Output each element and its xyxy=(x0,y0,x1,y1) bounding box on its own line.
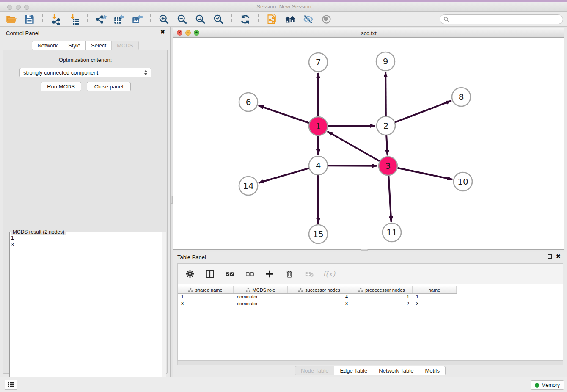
cell-predecessor-nodes[interactable]: 1 xyxy=(351,294,413,301)
show-all-icon[interactable] xyxy=(320,14,333,25)
graph-node-6[interactable]: 6 xyxy=(239,93,258,111)
session-title: Session: New Session xyxy=(0,3,567,10)
column-header-shared-name[interactable]: shared name xyxy=(178,286,234,293)
graph-node-15[interactable]: 15 xyxy=(309,225,328,243)
column-header-mcds-role[interactable]: MCDS role xyxy=(234,286,288,293)
edge-2-8[interactable] xyxy=(395,101,451,122)
splitter-grip[interactable] xyxy=(171,196,173,204)
node-label: 14 xyxy=(243,181,253,191)
graph-node-2[interactable]: 2 xyxy=(377,116,395,135)
tab-style[interactable]: Style xyxy=(63,41,86,50)
deselect-all-checkboxes-icon[interactable] xyxy=(243,268,256,280)
close-panel-button[interactable]: Close panel xyxy=(87,82,131,91)
graph-node-8[interactable]: 8 xyxy=(452,88,471,106)
open-file-icon[interactable] xyxy=(5,14,17,25)
horizontal-splitter-grip[interactable] xyxy=(361,249,368,251)
close-table-panel-icon[interactable]: ✖ xyxy=(556,254,561,259)
graph-node-10[interactable]: 10 xyxy=(454,172,472,191)
network-graph[interactable]: 1234678910111415 xyxy=(173,38,564,249)
zoom-fit-icon[interactable] xyxy=(194,14,206,25)
refresh-icon[interactable] xyxy=(239,14,251,25)
table-tab-network-table[interactable]: Network Table xyxy=(373,366,419,375)
float-panel-icon[interactable] xyxy=(152,30,156,34)
edge-1-6[interactable] xyxy=(259,105,309,123)
table-tab-motifs[interactable]: Motifs xyxy=(419,366,446,375)
column-header-predecessor-nodes[interactable]: predecessor nodes xyxy=(351,286,413,293)
hide-selected-icon[interactable] xyxy=(302,14,314,25)
table-row[interactable]: 1dominator411 xyxy=(178,294,457,301)
search-field[interactable] xyxy=(440,14,563,24)
table-toolbar: f(x) xyxy=(178,264,563,284)
zoom-selected-icon[interactable] xyxy=(212,14,225,25)
edge-2-9[interactable] xyxy=(385,72,386,116)
tab-mcds[interactable]: MCDS xyxy=(111,41,138,50)
select-all-checkboxes-icon[interactable] xyxy=(223,268,236,280)
network-window-titlebar[interactable]: ✕ − + scc.txt xyxy=(173,28,564,38)
column-selector-icon[interactable] xyxy=(204,268,216,280)
edge-3-10[interactable] xyxy=(398,168,453,179)
edge-4-14[interactable] xyxy=(259,168,309,183)
graph-node-7[interactable]: 7 xyxy=(309,53,328,72)
graph-node-14[interactable]: 14 xyxy=(239,177,258,195)
result-scrollbar[interactable] xyxy=(162,232,166,392)
function-builder-icon[interactable]: f(x) xyxy=(323,270,335,278)
close-panel-icon[interactable]: ✖ xyxy=(160,30,165,34)
mcds-panel: Optimization criterion: strongly connect… xyxy=(3,50,168,374)
cell-successor-nodes[interactable]: 3 xyxy=(288,301,351,307)
delete-column-icon[interactable] xyxy=(283,268,296,280)
graph-node-9[interactable]: 9 xyxy=(376,52,395,71)
cell-mcds-role[interactable]: dominator xyxy=(234,301,288,307)
attribute-type-icon xyxy=(298,288,303,292)
run-mcds-button[interactable]: Run MCDS xyxy=(41,82,81,91)
graph-node-3[interactable]: 3 xyxy=(379,157,397,175)
graph-node-4[interactable]: 4 xyxy=(309,156,328,175)
graph-node-1[interactable]: 1 xyxy=(309,117,328,135)
zoom-out-icon[interactable] xyxy=(176,14,188,25)
criterion-select[interactable]: strongly connected component xyxy=(19,68,151,77)
table-tab-edge-table[interactable]: Edge Table xyxy=(334,366,373,375)
import-table-icon[interactable] xyxy=(68,14,80,25)
vertical-splitter[interactable] xyxy=(170,27,173,377)
home-layout-icon[interactable] xyxy=(284,14,296,25)
cell-predecessor-nodes[interactable]: 2 xyxy=(351,301,413,307)
edge-1-2[interactable] xyxy=(328,126,375,126)
column-header-name[interactable]: name xyxy=(413,286,457,293)
export-network-icon[interactable] xyxy=(94,14,107,25)
table-row[interactable]: 3dominator323 xyxy=(178,301,457,307)
export-table-icon[interactable] xyxy=(113,14,125,25)
edge-2-3[interactable] xyxy=(386,135,387,155)
cell-shared-name[interactable]: 1 xyxy=(178,294,234,301)
cell-mcds-role[interactable]: dominator xyxy=(234,294,288,301)
edge-3-11[interactable] xyxy=(388,176,391,222)
float-table-panel-icon[interactable] xyxy=(548,254,552,259)
table-tabs: Node TableEdge TableNetwork TableMotifs xyxy=(173,366,567,375)
table-tab-node-table[interactable]: Node Table xyxy=(295,366,335,375)
save-session-icon[interactable] xyxy=(23,14,36,25)
cell-successor-nodes[interactable]: 4 xyxy=(288,294,351,301)
cell-name[interactable]: 1 xyxy=(413,294,457,301)
new-network-from-selection-icon[interactable] xyxy=(265,14,278,25)
memory-button[interactable]: Memory xyxy=(531,380,564,390)
node-label: 3 xyxy=(385,161,391,171)
control-panel-title: Control Panel xyxy=(6,30,39,36)
mcds-result-text[interactable]: 1 3 xyxy=(11,235,160,392)
import-network-icon[interactable] xyxy=(50,14,62,25)
graph-node-11[interactable]: 11 xyxy=(383,223,401,242)
node-label: 9 xyxy=(383,56,388,66)
cell-shared-name[interactable]: 3 xyxy=(178,301,234,307)
edge-3-1[interactable] xyxy=(328,131,380,161)
add-column-icon[interactable] xyxy=(263,268,276,280)
task-list-button[interactable] xyxy=(5,380,17,390)
cell-name[interactable]: 3 xyxy=(413,301,457,307)
edge-4-3[interactable] xyxy=(328,166,377,166)
search-input[interactable] xyxy=(451,17,559,22)
tab-network[interactable]: Network xyxy=(32,41,63,50)
table-settings-gear-icon[interactable] xyxy=(184,268,196,280)
column-header-successor-nodes[interactable]: successor nodes xyxy=(288,286,351,293)
main-titlebar: Session: New Session xyxy=(0,0,567,12)
export-image-icon[interactable] xyxy=(131,14,143,25)
tab-select[interactable]: Select xyxy=(85,41,112,50)
zoom-in-icon[interactable] xyxy=(157,14,170,25)
network-canvas[interactable]: 1234678910111415 xyxy=(173,38,564,249)
delete-table-icon[interactable] xyxy=(303,268,316,280)
